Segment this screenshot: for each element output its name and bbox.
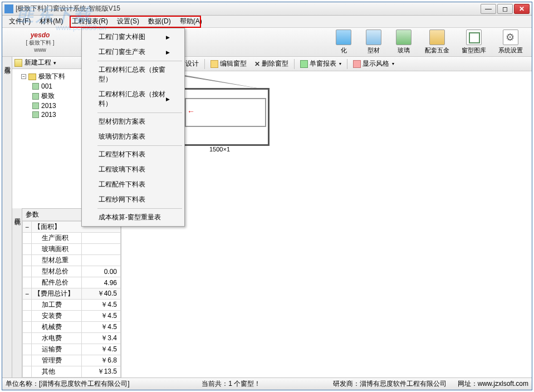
dd-profile-cutting[interactable]: 型材切割方案表	[83, 114, 183, 129]
close-button[interactable]: ✕	[514, 4, 530, 14]
tool-hardware[interactable]: 配套五金	[420, 28, 454, 56]
btn-display-style[interactable]: 显示风格▾	[350, 58, 398, 70]
profile-icon	[366, 30, 381, 45]
menu-separator	[97, 112, 182, 113]
tool-optimize[interactable]: 化	[330, 28, 357, 56]
param-value[interactable]: ￥13.5	[82, 366, 121, 378]
param-value[interactable]: 4.96	[82, 277, 121, 288]
hardware-icon	[429, 30, 445, 45]
param-value[interactable]	[82, 244, 121, 255]
param-value[interactable]	[82, 255, 121, 266]
param-value[interactable]	[82, 233, 121, 244]
status-developer: 研发商：淄博有思度软件工程有限公司	[333, 379, 447, 389]
chevron-down-icon: ▾	[392, 61, 394, 66]
style-icon	[353, 60, 361, 68]
separator	[294, 59, 295, 69]
param-value[interactable]: ￥4.5	[82, 322, 121, 333]
app-icon	[4, 4, 13, 13]
group-cost: 【费用总计】	[32, 288, 82, 300]
menu-help[interactable]: 帮助(A)	[175, 16, 207, 27]
dd-window-drawing[interactable]: 工程门窗大样图▶	[83, 30, 183, 45]
param-value[interactable]: ￥6.8	[82, 355, 121, 366]
dd-glass-material[interactable]: 工程玻璃下料表	[83, 162, 183, 177]
param-label: 加工费	[32, 300, 82, 311]
statusbar: 单位名称：[淄博有思度软件工程有限公司] 当前共：1 个窗型！ 研发商：淄博有思…	[2, 378, 532, 390]
dd-parts-material[interactable]: 工程配件下料表	[83, 177, 183, 192]
menu-separator	[97, 61, 182, 61]
param-value[interactable]: 0.00	[82, 266, 121, 277]
btn-single-report[interactable]: 单窗报表▾	[297, 58, 345, 70]
expand-icon[interactable]: −	[23, 288, 32, 300]
param-label: 水电费	[32, 333, 82, 344]
window-title: [极致下料]门窗设计系统-智能版V15	[16, 4, 481, 13]
param-label: 机械费	[32, 322, 82, 333]
brand-logo: yesdo [ 极致下料 ] www	[7, 31, 74, 53]
separator	[204, 59, 205, 69]
params-vtabs: 工程统计	[12, 208, 22, 378]
window-thumbnail[interactable]: ← 1500×1	[182, 75, 272, 148]
tool-glass[interactable]: 玻璃	[390, 28, 417, 56]
chevron-down-icon: ▾	[339, 61, 341, 66]
menubar: 文件(F) 材料(M) 工程报表(R) 设置(S) 数据(D) 帮助(A)	[2, 16, 532, 28]
logo-text: yesdo	[31, 31, 50, 39]
dd-material-by-material[interactable]: 工程材料汇总表（按材料）▶	[83, 87, 183, 111]
status-company: 单位名称：[淄博有思度软件工程有限公司]	[6, 379, 130, 389]
param-value[interactable]: ￥4.5	[82, 311, 121, 322]
submenu-arrow-icon: ▶	[166, 96, 170, 102]
submenu-arrow-icon: ▶	[166, 35, 170, 40]
tool-system-settings[interactable]: 系统设置	[494, 28, 527, 56]
dd-material-by-window[interactable]: 工程材料汇总表（按窗型）	[83, 62, 183, 87]
param-label: 运输费	[32, 344, 82, 355]
report-icon	[300, 60, 308, 68]
btn-delete-window[interactable]: ✕删除窗型	[251, 58, 292, 70]
expand-icon[interactable]: −	[23, 222, 32, 233]
param-label: 安装费	[32, 311, 82, 322]
menu-settings[interactable]: 设置(S)	[112, 16, 144, 27]
param-value[interactable]: ￥3.4	[82, 333, 121, 344]
glass-icon	[396, 30, 411, 45]
folder-icon	[28, 74, 36, 80]
minimize-button[interactable]: —	[481, 4, 496, 14]
menu-separator	[97, 145, 182, 146]
param-label: 型材总价	[32, 266, 82, 277]
logo-sub2: www	[34, 47, 46, 53]
param-label: 型材总重	[32, 255, 82, 266]
vtab-project-info[interactable]: 工程信息	[2, 59, 13, 66]
item-icon	[32, 93, 39, 100]
item-icon	[32, 83, 39, 90]
group-total: ￥40.5	[82, 288, 121, 300]
btn-edit-window[interactable]: 编辑窗型	[207, 58, 250, 70]
dd-cost-weight[interactable]: 成本核算-窗型重量表	[83, 210, 183, 225]
menu-file[interactable]: 文件(F)	[4, 16, 35, 27]
maximize-button[interactable]: ◻	[497, 4, 513, 14]
param-value[interactable]: ￥4.5	[82, 300, 121, 311]
dd-screen-material[interactable]: 工程纱网下料表	[83, 192, 183, 207]
menu-material[interactable]: 材料(M)	[35, 16, 67, 27]
status-url: 网址：www.jzxlsoft.com	[458, 379, 528, 389]
menu-report[interactable]: 工程报表(R)	[67, 16, 112, 27]
separator	[347, 59, 347, 69]
calendar-icon	[336, 30, 351, 45]
tree-root-label: 极致下料	[38, 72, 65, 81]
vtab-project-stats[interactable]: 工程统计	[12, 210, 23, 217]
titlebar: [极致下料]门窗设计系统-智能版V15 — ◻ ✕	[2, 2, 532, 16]
tool-library[interactable]: 窗型图库	[457, 28, 491, 56]
logo-sub1: [ 极致下料 ]	[26, 39, 54, 47]
param-value[interactable]: ￥4.5	[82, 344, 121, 355]
delete-icon: ✕	[254, 60, 260, 68]
params-table: −【面积】 生产面积 玻璃面积 型材总重 型材总价0.00 配件总价4.96 −…	[22, 221, 121, 378]
gear-icon	[503, 30, 518, 45]
dd-glass-cutting[interactable]: 玻璃切割方案表	[83, 129, 183, 144]
submenu-arrow-icon: ▶	[166, 50, 170, 55]
params-panel: 参数 −【面积】 生产面积 玻璃面积 型材总重 型材总价0.00 配件总价4.9…	[22, 208, 121, 378]
tree-header-label: 新建工程	[25, 58, 51, 67]
dimension-label: 1500×1	[209, 146, 230, 153]
report-dropdown-menu: 工程门窗大样图▶ 工程门窗生产表▶ 工程材料汇总表（按窗型） 工程材料汇总表（按…	[81, 28, 185, 227]
dd-profile-material[interactable]: 工程型材下料表	[83, 147, 183, 162]
tool-profile[interactable]: 型材	[360, 28, 387, 56]
collapse-icon[interactable]: −	[21, 74, 26, 79]
dd-window-production[interactable]: 工程门窗生产表▶	[83, 45, 183, 60]
menu-data[interactable]: 数据(D)	[144, 16, 175, 27]
document-icon	[14, 59, 22, 67]
param-label: 其他	[32, 366, 82, 378]
